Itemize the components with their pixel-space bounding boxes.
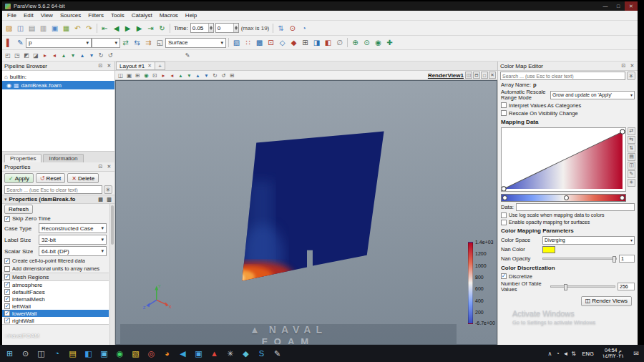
open-file-icon[interactable]: ▨ [4, 23, 14, 34]
render-viewport[interactable]: Y X Z 1.4e+03 1200 1000 800 600 400 200 [115, 80, 497, 345]
close-panel-icon[interactable]: ✕ [106, 63, 112, 69]
rescale-range-icon[interactable]: ⇄ [628, 127, 635, 135]
reset-button[interactable]: ↺Reset [36, 173, 66, 183]
plus-x-camera-icon[interactable]: ▸ [160, 72, 167, 79]
properties-scrollbar[interactable] [109, 204, 114, 345]
invert-colors-icon[interactable]: ⇅ [628, 145, 635, 152]
color-transfer-bar[interactable] [501, 194, 626, 202]
zoom-to-data-icon[interactable]: ⊕ [350, 37, 361, 48]
search-button[interactable]: ⊙ [18, 346, 33, 361]
region-checkbox[interactable] [4, 296, 10, 302]
camera-redo-icon[interactable]: ◳ [13, 52, 21, 60]
select-block-icon[interactable]: ⊞ [300, 37, 311, 48]
region-checkbox[interactable] [4, 310, 10, 316]
cell-to-point-checkbox[interactable] [4, 258, 10, 264]
maximize-view-icon[interactable]: □ [481, 72, 488, 79]
table-values-input[interactable] [618, 283, 635, 290]
save-preset-icon[interactable]: ◫ [628, 162, 635, 170]
onedrive-icon[interactable]: ◔ [555, 351, 562, 357]
menu-item[interactable]: Sources [57, 12, 84, 19]
minus-y-camera-icon[interactable]: ▾ [185, 72, 193, 79]
vscode-icon[interactable]: ◧ [81, 346, 96, 361]
rescale-visibility-checkbox[interactable] [501, 110, 507, 116]
last-frame-button[interactable]: ⇥ [145, 23, 156, 34]
cme-search-input[interactable] [500, 72, 625, 80]
undo-icon[interactable]: ↶ [72, 23, 83, 34]
loop-button[interactable]: ↻ [157, 23, 167, 34]
slider-knob[interactable] [613, 256, 616, 263]
export-scene-icon[interactable]: ◫ [117, 72, 125, 79]
toggle-color-legend-icon[interactable]: ▌ [4, 37, 14, 48]
folder-icon[interactable]: ▧ [128, 346, 143, 361]
rotate-90-cw-icon[interactable]: ↻ [97, 52, 105, 60]
mesh-region-row[interactable]: rightWall [2, 317, 109, 324]
interaction-3d-icon[interactable]: ⊞ [134, 72, 142, 79]
zoom-to-box-icon[interactable]: ⊡ [151, 72, 159, 79]
rescale-custom-range-icon[interactable]: ⇆ [628, 136, 635, 144]
camera-undo-icon[interactable]: ◰ [4, 52, 12, 60]
color-space-dropdown[interactable]: Diverging [542, 236, 635, 245]
paraview-icon[interactable]: ◆ [238, 346, 253, 361]
mesh-region-row[interactable]: defaultFaces [2, 288, 109, 295]
region-checkbox[interactable] [4, 303, 10, 309]
apply-button[interactable]: ✓Apply [4, 173, 34, 183]
toggle-axes-grid-icon[interactable]: ⊞ [228, 72, 236, 79]
data-value-input[interactable] [516, 203, 635, 211]
choose-preset-icon[interactable]: ▤ [628, 153, 635, 161]
table-values-slider[interactable] [550, 285, 615, 288]
whatsapp-icon[interactable]: ◉ [112, 346, 127, 361]
volume-icon[interactable]: ◄ [562, 351, 570, 357]
adjust-camera-icon[interactable]: ◪ [31, 52, 40, 60]
case-type-dropdown[interactable]: Reconstructed Case [39, 223, 107, 233]
select-points-through-icon[interactable]: ⊡ [265, 37, 276, 48]
color-legend[interactable]: 1.4e+03 1200 1000 800 600 400 200 -6.7e+… [468, 242, 497, 328]
menu-item[interactable]: Filters [84, 12, 107, 19]
advanced-options-icon[interactable]: ✳ [628, 179, 635, 187]
discretize-checkbox[interactable] [501, 273, 507, 279]
menu-item[interactable]: View [37, 12, 57, 19]
plus-x-view-icon[interactable]: ▸ [41, 52, 49, 60]
scalar-size-dropdown[interactable]: 64-bit (DP) [39, 246, 107, 256]
new-layout-tab-button[interactable]: + [155, 62, 165, 70]
render-views-button[interactable]: ◫ Render Views [581, 296, 632, 306]
nan-opacity-input[interactable] [619, 255, 635, 263]
spinner-arrows-icon[interactable] [208, 24, 213, 32]
scrollbar-thumb[interactable] [111, 205, 114, 245]
undock-panel-icon[interactable]: ⊡ [620, 63, 627, 69]
minus-y-view-icon[interactable]: ▾ [69, 52, 77, 60]
add-units-checkbox[interactable] [4, 266, 10, 272]
mesh-region-row-selected[interactable]: lowerWall [2, 310, 109, 317]
menu-item[interactable]: Edit [20, 12, 37, 19]
time-value-input[interactable] [191, 24, 208, 32]
language-indicator[interactable]: ENG [580, 351, 596, 357]
telegram-icon[interactable]: ◀ [175, 346, 190, 361]
zoom-closest-icon[interactable]: ⊙ [361, 37, 372, 48]
minus-z-camera-icon[interactable]: ▾ [203, 72, 210, 79]
photos-icon[interactable]: ▣ [191, 346, 206, 361]
task-view-button[interactable]: ◫ [34, 346, 49, 361]
chrome-icon[interactable]: ◎ [144, 346, 159, 361]
maximize-button[interactable]: □ [612, 1, 625, 11]
menu-item[interactable]: Catalyst [128, 12, 156, 19]
split-horizontal-icon[interactable]: ◫ [465, 72, 472, 79]
transfer-function-editor[interactable] [501, 127, 626, 192]
redo-icon[interactable]: ↷ [84, 23, 94, 34]
search-options-gear-icon[interactable]: ✳ [104, 185, 112, 194]
array-component-dropdown[interactable] [92, 38, 120, 48]
select-cells-polygon-icon[interactable]: ◇ [277, 37, 288, 48]
layout-tab[interactable]: Layout #1 ✕ [116, 62, 155, 70]
rescale-to-visible-range-icon[interactable]: ◱ [155, 37, 165, 48]
log-scale-checkbox[interactable] [501, 212, 507, 218]
next-frame-button[interactable]: ▶ [134, 23, 145, 34]
minus-x-view-icon[interactable]: ◂ [50, 52, 59, 60]
properties-search-input[interactable] [4, 185, 102, 194]
select-cells-on-surface-icon[interactable]: ▧ [231, 37, 242, 48]
interaction-mode-icon[interactable]: ◩ [22, 52, 31, 60]
undock-panel-icon[interactable]: ⊡ [97, 164, 104, 170]
nan-color-swatch[interactable] [542, 246, 555, 253]
save-screenshot-icon[interactable]: ▣ [49, 23, 60, 34]
previous-frame-button[interactable]: ◀ [111, 23, 122, 34]
spinner-arrows-icon[interactable] [233, 24, 238, 32]
rotate-clockwise-icon[interactable]: ↻ [211, 72, 219, 79]
menu-item[interactable]: Macros [156, 12, 182, 19]
